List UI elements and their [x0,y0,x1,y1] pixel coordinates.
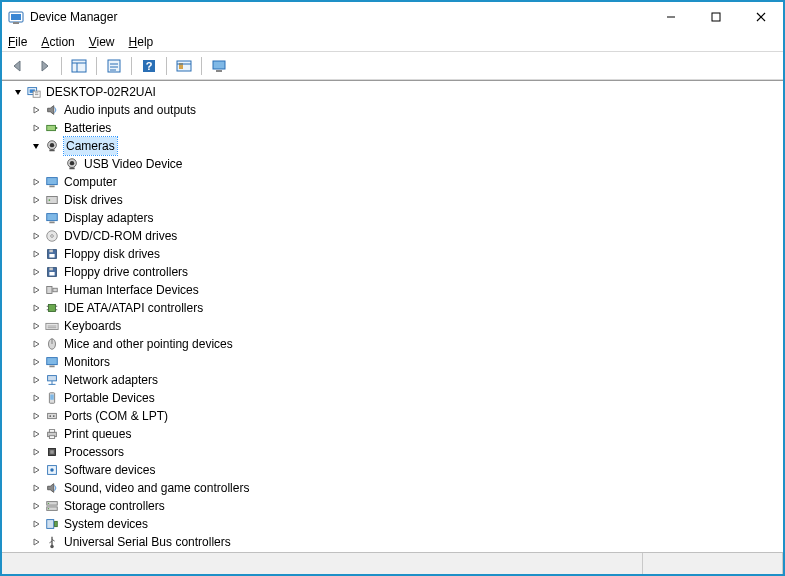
device-monitor-button[interactable] [207,55,231,77]
svg-point-29 [50,143,54,147]
tree-category[interactable]: Display adapters [4,209,783,227]
webcam-icon [64,156,80,172]
svg-rect-48 [47,287,52,294]
tree-category[interactable]: Network adapters [4,371,783,389]
chevron-right-icon[interactable] [30,230,42,242]
svg-rect-30 [49,150,54,152]
chevron-right-icon[interactable] [30,302,42,314]
chevron-right-icon[interactable] [30,212,42,224]
battery-icon [44,120,60,136]
tree-category[interactable]: Universal Serial Bus controllers [4,533,783,551]
menu-view[interactable]: View [89,35,115,49]
tree-category[interactable]: Floppy disk drives [4,245,783,263]
chevron-right-icon[interactable] [30,104,42,116]
chevron-right-icon[interactable] [30,248,42,260]
chip-icon [44,300,60,316]
tree-category-label: Storage controllers [64,497,165,515]
tree-category[interactable]: Disk drives [4,191,783,209]
tree-category-label: Mice and other pointing devices [64,335,233,353]
chevron-right-icon[interactable] [30,338,42,350]
tree-category-label: Keyboards [64,317,121,335]
svg-rect-26 [47,125,56,130]
tree-category[interactable]: Print queues [4,425,783,443]
tree-category[interactable]: Ports (COM & LPT) [4,407,783,425]
menu-action[interactable]: Action [41,35,74,49]
tree-category[interactable]: DVD/CD-ROM drives [4,227,783,245]
chevron-right-icon[interactable] [30,284,42,296]
floppy-icon [44,246,60,262]
chevron-right-icon[interactable] [30,536,42,548]
tree-category[interactable]: Batteries [4,119,783,137]
tree-device-label: USB Video Device [84,155,183,173]
svg-rect-74 [50,450,54,454]
svg-text:?: ? [146,60,153,72]
tree-category[interactable]: Floppy drive controllers [4,263,783,281]
minimize-button[interactable] [648,2,693,32]
chevron-right-icon[interactable] [30,464,42,476]
tree-device[interactable]: USB Video Device [4,155,783,173]
scan-hardware-button[interactable] [172,55,196,77]
chevron-right-icon[interactable] [30,500,42,512]
toolbar: ? [2,52,783,80]
chevron-right-icon[interactable] [30,176,42,188]
svg-rect-43 [49,250,53,253]
tree-category[interactable]: Human Interface Devices [4,281,783,299]
chevron-right-icon[interactable] [30,482,42,494]
device-tree[interactable]: DESKTOP-02R2UAIAudio inputs and outputsB… [2,81,783,552]
tree-category[interactable]: Portable Devices [4,389,783,407]
svg-rect-71 [49,430,54,433]
tree-category[interactable]: Audio inputs and outputs [4,101,783,119]
show-hide-console-tree-button[interactable] [67,55,91,77]
properties-button[interactable] [102,55,126,77]
cpu-icon [44,444,60,460]
chevron-right-icon[interactable] [30,428,42,440]
tree-category[interactable]: Computer [4,173,783,191]
tree-category[interactable]: Sound, video and game controllers [4,479,783,497]
svg-rect-2 [13,22,19,24]
tree-category[interactable]: Monitors [4,353,783,371]
storage-icon [44,498,60,514]
chevron-right-icon[interactable] [30,518,42,530]
tree-category[interactable]: Mice and other pointing devices [4,335,783,353]
tree-category-label: IDE ATA/ATAPI controllers [64,299,203,317]
tree-category-label: Computer [64,173,117,191]
forward-button[interactable] [32,55,56,77]
close-button[interactable] [738,2,783,32]
chevron-right-icon[interactable] [30,446,42,458]
network-icon [44,372,60,388]
chevron-right-icon[interactable] [30,320,42,332]
help-button[interactable]: ? [137,55,161,77]
chevron-right-icon[interactable] [30,410,42,422]
svg-rect-38 [47,214,58,221]
svg-rect-27 [56,127,58,129]
back-button[interactable] [6,55,30,77]
chevron-right-icon[interactable] [30,122,42,134]
tree-category[interactable]: Keyboards [4,317,783,335]
tree-category-label: Display adapters [64,209,153,227]
printer-icon [44,426,60,442]
maximize-button[interactable] [693,2,738,32]
svg-rect-81 [47,520,54,529]
tree-category[interactable]: Software devices [4,461,783,479]
svg-rect-82 [55,521,58,526]
tree-category[interactable]: Processors [4,443,783,461]
chevron-right-icon[interactable] [30,356,42,368]
webcam-icon [44,138,60,154]
svg-rect-1 [11,14,21,20]
tree-category[interactable]: Cameras [4,137,783,155]
menu-help[interactable]: Help [129,35,154,49]
tree-category[interactable]: IDE ATA/ATAPI controllers [4,299,783,317]
chevron-right-icon[interactable] [30,194,42,206]
chevron-down-icon[interactable] [12,86,24,98]
svg-rect-19 [213,61,225,69]
chevron-right-icon[interactable] [30,266,42,278]
chevron-right-icon[interactable] [30,392,42,404]
tree-category[interactable]: System devices [4,515,783,533]
chevron-down-icon[interactable] [30,140,42,152]
chevron-right-icon[interactable] [30,374,42,386]
tree-root[interactable]: DESKTOP-02R2UAI [4,83,783,101]
monitor-icon [44,354,60,370]
svg-rect-66 [50,395,54,400]
menu-file[interactable]: File [8,35,27,49]
tree-category[interactable]: Storage controllers [4,497,783,515]
